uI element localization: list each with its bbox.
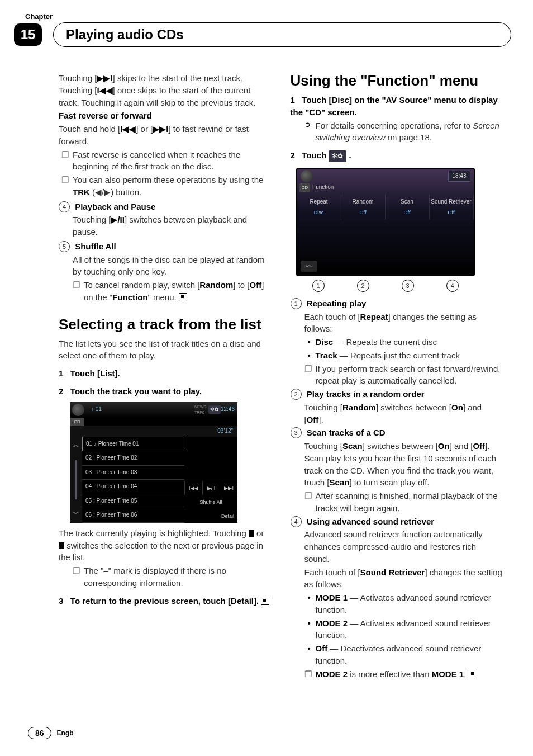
source-cd-label: CD [70, 418, 84, 427]
shuffle-all-button[interactable]: Shuffle All [184, 495, 237, 509]
play-pause-icon: ▶/II [111, 215, 125, 224]
on-label: On [438, 441, 450, 451]
note-item: To cancel random play, switch [Random] t… [59, 279, 271, 304]
sound-retriever-button[interactable]: Sound Retriever Off [430, 195, 474, 220]
item-label: Sound Retriever [431, 199, 471, 205]
text: All of the songs in the disc can be play… [59, 254, 271, 278]
random-label: Random [199, 280, 233, 290]
home-button[interactable] [72, 404, 84, 416]
callout-1-icon: 1 [312, 280, 325, 292]
now-playing-label: ♪ 01 [91, 405, 194, 414]
on-label: On [451, 403, 463, 412]
callout-2-icon: 2 [291, 389, 302, 400]
text: switches the selection to the next or pr… [59, 541, 263, 563]
text: — Deactivates advanced sound retriever f… [316, 644, 482, 665]
chapter-number-badge: 15 [14, 23, 42, 46]
prev-button[interactable]: I◀◀ [184, 481, 202, 495]
text: The track currently playing is highlight… [59, 528, 249, 538]
item-label: Random [353, 199, 374, 205]
rewind-icon: I◀◀ [120, 124, 136, 134]
callout-4-icon: 4 [446, 280, 459, 292]
figure-track-list: ♪ 01 NEWSTRFC ✻✿ 12:46 CD 03'12" ︽ [70, 402, 237, 523]
scroll-down-icon[interactable]: ︾ [73, 509, 79, 519]
text: Advanced sound retriever function automa… [291, 528, 503, 565]
heading-sound-retriever: Using advanced sound retriever [307, 517, 434, 526]
page-title: Playing audio CDs [53, 22, 511, 47]
play-pause-button[interactable]: ▶/II [202, 481, 220, 495]
end-section-icon [261, 597, 269, 605]
step-text: Touch [302, 150, 329, 160]
text: Each touch of [ [304, 312, 360, 322]
text: ] and [ [450, 441, 473, 451]
scan-label: Scan [342, 441, 363, 451]
text: ] or [ [136, 124, 153, 134]
page-number: 86 [28, 727, 51, 739]
text: Touching [ [304, 403, 342, 412]
repeat-label: Repeat [360, 312, 388, 322]
text: Touching [ [304, 441, 342, 451]
list-item[interactable]: 04 : Pioneer Time 04 [82, 480, 184, 494]
news-trfc-icon: NEWSTRFC [194, 404, 206, 415]
callout-4-icon: 4 [59, 201, 70, 212]
text: — Repeats just the current track [337, 351, 460, 360]
list-item[interactable]: 06 : Pioneer Time 06 [82, 508, 184, 523]
end-section-icon [179, 293, 187, 301]
text: Touching [ [59, 73, 97, 83]
settings-icon[interactable]: ✻✿ [208, 405, 221, 414]
back-button[interactable]: ⤺ [301, 261, 317, 272]
mode2-label: MODE 2 [316, 618, 348, 628]
callout-3-icon: 3 [291, 427, 302, 438]
list-item[interactable]: 02 : Pioneer Time 02 [82, 451, 184, 466]
text: ] switches between [ [363, 441, 438, 451]
clock: 12:46 [221, 405, 235, 414]
end-section-icon [469, 670, 477, 678]
text: For details concerning operations, refer… [316, 121, 473, 130]
step-number: 2 [59, 386, 70, 396]
step-text: Touch [List]. [70, 368, 120, 378]
item-sub: Off [342, 209, 384, 216]
next-track-icon: ▶▶I [97, 73, 112, 83]
item-sub: Off [431, 209, 472, 216]
text: ] to [ [233, 280, 249, 290]
detail-button[interactable]: Detail [184, 509, 237, 523]
item-label: Repeat [310, 199, 327, 205]
home-button[interactable] [301, 170, 313, 182]
list-item[interactable]: 01 ♪ Pioneer Time 01 [82, 437, 184, 452]
right-column: Using the "Function" menu 1 Touch [Disc]… [291, 72, 503, 681]
note-item: If you perform track search or fast forw… [291, 363, 503, 388]
step-text: Touch the track you want to play. [70, 386, 202, 396]
scan-label: Scan [330, 478, 350, 487]
text: " menu. [148, 292, 177, 302]
text: or [254, 528, 264, 538]
text: ] to turn scan play off. [349, 478, 429, 487]
track-label: Track [316, 351, 337, 360]
heading-scan: Scan tracks of a CD [307, 428, 386, 437]
off-label: Off [316, 644, 328, 653]
figure-function-menu: 18:43 CD Function Repeat Disc Random [296, 168, 475, 292]
next-button[interactable]: ▶▶I [220, 481, 237, 495]
language-code: Engb [57, 729, 74, 737]
fastfwd-icon: ▶▶I [153, 124, 168, 134]
text: on page 18. [386, 133, 432, 142]
note-item: You can also perform these operations by… [59, 174, 271, 199]
random-label: Random [342, 403, 376, 412]
trk-label: TRK [73, 187, 90, 197]
step-number: 1 [59, 368, 70, 378]
scrollbar-track[interactable] [75, 460, 77, 499]
list-item[interactable]: 05 : Pioneer Time 05 [82, 494, 184, 509]
text: Touch and hold [ [59, 124, 120, 134]
text: You can also perform these operations by… [73, 175, 263, 185]
heading-shuffle: Shuffle All [75, 242, 116, 251]
scroll-up-icon[interactable]: ︽ [73, 440, 79, 450]
step-number: 1 [291, 95, 302, 105]
list-item[interactable]: 03 : Pioneer Time 03 [82, 466, 184, 480]
scroll-down-glyph-icon [59, 542, 64, 549]
step-text: Touch [Disc] on the "AV Source" menu to … [291, 95, 498, 117]
callout-4-icon: 4 [291, 516, 302, 527]
repeat-button[interactable]: Repeat Disc [297, 195, 341, 220]
random-button[interactable]: Random Off [341, 195, 386, 220]
scan-button[interactable]: Scan Off [386, 195, 430, 220]
text: Touching [ [73, 215, 111, 224]
note-item: Fast reverse is cancelled when it reache… [59, 149, 271, 173]
text: (◀/▶) button. [90, 187, 141, 197]
